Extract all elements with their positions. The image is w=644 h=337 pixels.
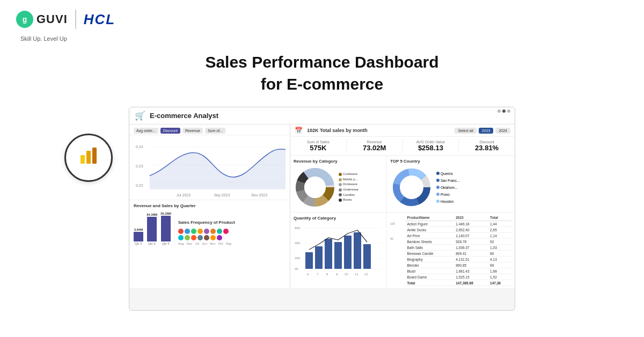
freq-dot-14 — [210, 235, 216, 240]
svg-text:0.24: 0.24 — [136, 145, 143, 149]
svg-text:9: 9 — [336, 273, 338, 276]
bar-qtr2-rect — [134, 232, 143, 241]
freq-section: Sales Frequency of Product — [174, 220, 286, 245]
svg-rect-41 — [354, 232, 361, 269]
svg-text:0.22: 0.22 — [136, 184, 143, 187]
freq-dot-7 — [217, 229, 222, 234]
scroll-dot-3 — [507, 109, 510, 113]
table-row: Beeswax Candle809.4180 — [405, 251, 511, 257]
quarter-section: Revenue and Sales by Quarter 3.84M Qtr 2… — [129, 200, 290, 248]
left-panel: Avg order... Discount Revenue Sum of... … — [129, 124, 290, 288]
svg-text:0K: 0K — [295, 267, 298, 270]
svg-text:0.23: 0.23 — [136, 164, 143, 168]
scroll-dot-2 — [502, 109, 506, 113]
product-table-section: 100 50 ProductName 2023 Total — [387, 213, 515, 288]
freq-dot-3 — [191, 229, 196, 234]
qty-category-section: Quantity of Category 80K 40K 20K 0K — [290, 213, 387, 288]
svg-rect-36 — [305, 252, 313, 269]
svg-text:6: 6 — [307, 273, 309, 276]
qty-bar-chart: 80K 40K 20K 0K — [294, 223, 383, 276]
freq-dot-8 — [223, 229, 229, 234]
chart-tabs[interactable]: Avg order... Discount Revenue Sum of... — [129, 124, 290, 135]
tab-revenue[interactable]: Revenue — [182, 128, 203, 134]
kpi-btn-group[interactable]: Select all 2023 2024 — [455, 128, 510, 134]
tab-sum[interactable]: Sum of... — [205, 128, 225, 134]
table-row: Bath Salts1,036.371,03 — [405, 245, 511, 251]
bar-qtr3: 34.38M Qtr 3 — [147, 213, 157, 245]
top5-legend: Queens San Franc... Oklahom... Provo Hou… — [436, 170, 459, 205]
table-row: Ankle Socks2,652.402,65 — [405, 227, 511, 233]
svg-text:7: 7 — [317, 273, 319, 276]
kpi-total-label: 102K Total sales by month — [307, 128, 368, 133]
guvi-circle-icon: g — [16, 11, 33, 28]
svg-text:Nov 2023: Nov 2023 — [251, 193, 267, 197]
svg-rect-38 — [325, 239, 332, 269]
freq-dot-12 — [197, 235, 203, 240]
page-header: g GUVI HCL — [0, 0, 644, 34]
kpi-btn-2024[interactable]: 2024 — [495, 128, 510, 134]
tagline-text: Skill Up. Level Up — [0, 35, 644, 42]
table-row: Bamboo Sheets928.7892 — [405, 239, 511, 245]
donut-chart-wrap: Cookware Mobile p... Drinkware Underwear… — [294, 166, 383, 209]
charts-mid: Revenue by Category — [290, 156, 515, 213]
bar-qtr4: 35.38M Qtr 4 — [160, 212, 171, 245]
revenue-category-section: Revenue by Category — [290, 156, 387, 212]
kpi-discount: Discount 23.81% — [459, 139, 515, 153]
quarter-title: Revenue and Sales by Quarter — [134, 203, 286, 208]
svg-rect-42 — [363, 244, 371, 269]
freq-dot-5 — [204, 229, 209, 234]
freq-dot-15 — [217, 235, 222, 240]
table-row: Total147,389.86147,38 — [405, 280, 511, 286]
table-row: Board Game1,525.151,52 — [405, 274, 511, 280]
freq-dot-11 — [191, 235, 196, 240]
svg-text:40K: 40K — [295, 241, 301, 245]
dashboard-wrapper: 🛒 E-commerce Analyst Avg order... Discou… — [0, 107, 644, 311]
kpi-btn-2023[interactable]: 2023 — [479, 128, 494, 134]
page-title: Sales Performance Dashboard for E-commer… — [0, 52, 644, 95]
svg-text:11: 11 — [355, 273, 358, 276]
svg-rect-2 — [92, 148, 97, 164]
freq-dot-9 — [178, 235, 184, 240]
table-row: Biography4,131.514,13 — [405, 257, 511, 262]
product-data-table: ProductName 2023 Total Action Figure1,44… — [405, 215, 511, 286]
freq-dot-1 — [178, 229, 184, 234]
col-product-name: ProductName — [405, 215, 454, 221]
guvi-logo: g GUVI — [16, 11, 68, 28]
kpi-avg-order: AVG Order Value $258.13 — [403, 139, 459, 153]
freq-dot-4 — [197, 229, 203, 234]
kpi-header: 📅 102K Total sales by month Select all 2… — [290, 124, 515, 137]
svg-rect-1 — [86, 151, 91, 164]
svg-text:10: 10 — [345, 273, 348, 276]
svg-text:20K: 20K — [295, 257, 301, 260]
freq-dot-13 — [204, 235, 209, 240]
svg-rect-39 — [334, 242, 342, 269]
tab-avg-order[interactable]: Avg order... — [134, 128, 158, 134]
kpi-icon: 📅 — [295, 127, 303, 134]
svg-rect-0 — [80, 155, 85, 164]
kpi-sales: Sum of Sales 575K — [290, 139, 347, 153]
tab-discount[interactable]: Discount — [160, 128, 180, 134]
freq-dot-6 — [210, 229, 216, 234]
kpi-btn-all[interactable]: Select all — [455, 128, 476, 134]
scroll-dot-1 — [497, 109, 501, 113]
bar-qtr3-rect — [147, 217, 157, 241]
svg-text:Sep 2023: Sep 2023 — [214, 193, 230, 197]
svg-text:12: 12 — [364, 273, 368, 276]
donut-legend: Cookware Mobile p... Drinkware Underwear… — [339, 172, 358, 203]
dashboard-content: Avg order... Discount Revenue Sum of... … — [129, 124, 515, 288]
col-2023: 2023 — [454, 215, 488, 221]
col-total: Total — [488, 215, 511, 221]
table-row: Action Figure1,446.181,44 — [405, 221, 511, 227]
line-chart: 0.24 0.23 0.22 Jul 2023 Sep 2023 Nov 202… — [129, 135, 290, 200]
svg-text:80K: 80K — [295, 226, 301, 230]
scrollbar-dots — [497, 109, 510, 113]
page-title-section: Sales Performance Dashboard for E-commer… — [0, 42, 644, 107]
kpi-cards-row: Sum of Sales 575K Revenue 73.02M AVG Ord… — [290, 137, 515, 156]
cart-icon: 🛒 — [135, 111, 145, 121]
svg-point-20 — [304, 177, 326, 198]
svg-text:8: 8 — [326, 273, 328, 276]
svg-point-27 — [400, 175, 423, 199]
freq-dot-2 — [185, 229, 190, 234]
svg-rect-37 — [315, 246, 323, 269]
svg-text:Jul 2023: Jul 2023 — [177, 193, 191, 197]
